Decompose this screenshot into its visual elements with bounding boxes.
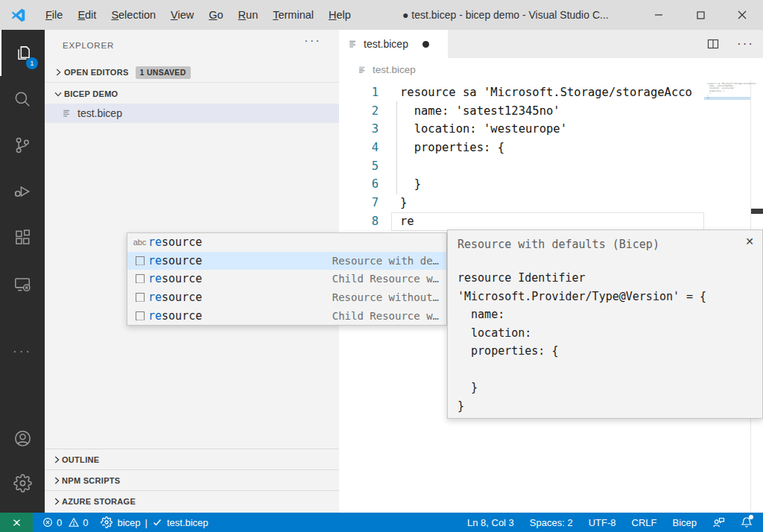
chevron-right-icon	[51, 496, 62, 507]
suggestion-detail: Resource with de…	[332, 255, 446, 267]
azure-storage-section-header[interactable]: AZURE STORAGE	[45, 490, 339, 511]
menu-go[interactable]: Go	[201, 0, 230, 30]
workspace-folder-label: BICEP DEMO	[64, 89, 118, 98]
language-mode-status[interactable]: Bicep	[672, 517, 697, 528]
text-suggestion-icon: abc	[131, 238, 148, 247]
chevron-down-icon	[51, 89, 64, 99]
maximize-button[interactable]	[680, 0, 721, 30]
suggestion-item[interactable]: resource Child Resource w…	[127, 270, 446, 288]
minimize-button[interactable]	[638, 0, 680, 30]
line-number: 5	[339, 157, 379, 176]
menu-edit[interactable]: Edit	[70, 0, 104, 30]
menu-file[interactable]: File	[38, 0, 70, 30]
chevron-right-icon	[51, 67, 64, 77]
suggestion-item-selected[interactable]: resource Resource with de…	[127, 252, 446, 270]
code-area[interactable]: resource sa 'Microsoft.Storage/storageAc…	[391, 80, 704, 231]
chevron-right-icon	[51, 475, 62, 486]
check-icon	[152, 517, 162, 528]
split-editor-button[interactable]	[707, 38, 719, 50]
suggestion-match: re	[148, 309, 162, 323]
remote-explorer-activity-button[interactable]	[0, 261, 45, 307]
explorer-more-actions-button[interactable]: ···	[304, 34, 321, 48]
code-line: }	[400, 175, 704, 194]
source-control-icon	[13, 136, 32, 155]
suggestion-item[interactable]: abc resource	[127, 233, 446, 252]
code-line: name: 'satest12345no'	[400, 102, 704, 121]
title-bar: File Edit Selection View Go Run Terminal…	[0, 0, 763, 30]
source-control-activity-button[interactable]	[0, 122, 45, 168]
cursor-position-status[interactable]: Ln 8, Col 3	[467, 517, 514, 528]
settings-button[interactable]	[0, 460, 45, 505]
menu-view[interactable]: View	[163, 0, 201, 30]
bicep-status[interactable]: bicep | test.bicep	[101, 516, 208, 528]
suggestion-label: source	[162, 254, 202, 267]
snippet-icon	[131, 311, 148, 320]
npm-scripts-section-header[interactable]: NPM SCRIPTS	[45, 469, 339, 490]
notifications-bell-button[interactable]	[741, 516, 753, 528]
outline-label: OUTLINE	[62, 455, 99, 464]
azure-storage-label: AZURE STORAGE	[62, 497, 136, 506]
menu-help[interactable]: Help	[321, 0, 358, 30]
explorer-activity-button[interactable]: 1	[0, 30, 45, 76]
line-number: 7	[339, 194, 379, 212]
notification-dot	[749, 515, 753, 519]
warning-count: 0	[83, 517, 88, 528]
suggestion-item[interactable]: resource Child Resource w…	[127, 306, 446, 325]
line-number: 1	[339, 83, 379, 102]
breadcrumb-item-file[interactable]: test.bicep	[373, 64, 416, 75]
snippet-icon	[131, 293, 148, 302]
accounts-button[interactable]	[0, 416, 45, 460]
code-line	[400, 157, 704, 176]
suggestion-label: source	[162, 291, 202, 304]
search-activity-button[interactable]	[0, 76, 45, 122]
suggestion-match: re	[148, 235, 162, 249]
chevron-right-icon	[51, 455, 62, 465]
menu-run[interactable]: Run	[231, 0, 266, 30]
suggestion-item[interactable]: resource Resource without…	[127, 288, 446, 307]
breadcrumb[interactable]: test.bicep	[339, 58, 763, 80]
file-tree-item-test-bicep[interactable]: test.bicep	[45, 104, 339, 123]
activity-bar: 1	[0, 30, 45, 513]
menu-selection[interactable]: Selection	[104, 0, 163, 30]
vscode-logo-icon	[10, 7, 26, 23]
line-number: 6	[339, 175, 379, 194]
run-debug-activity-button[interactable]	[0, 168, 45, 215]
dirty-indicator[interactable]	[422, 41, 429, 48]
suggestion-detail: Child Resource w…	[332, 273, 446, 285]
code-line: resource sa 'Microsoft.Storage/storageAc…	[400, 83, 704, 102]
run-debug-icon	[13, 182, 32, 201]
gear-badge-icon	[101, 516, 113, 528]
close-window-button[interactable]	[721, 0, 763, 30]
more-activity-actions-button[interactable]: ···	[0, 333, 45, 370]
problems-status[interactable]: 0 0	[42, 517, 88, 528]
overview-ruler-marker	[751, 209, 763, 214]
encoding-status[interactable]: UTF-8	[589, 517, 616, 528]
workspace-folder-header[interactable]: BICEP DEMO	[45, 83, 339, 104]
extensions-activity-button[interactable]	[0, 215, 45, 261]
bicep-file-label: test.bicep	[167, 517, 209, 528]
suggest-widget: abc resource resource Resource with de… …	[127, 232, 447, 326]
open-editors-label: OPEN EDITORS	[64, 68, 129, 77]
activity-bar-bottom	[0, 416, 45, 505]
close-icon[interactable]: ✕	[745, 235, 754, 248]
eol-status[interactable]: CRLF	[632, 517, 657, 528]
line-number: 3	[339, 120, 379, 139]
gear-icon	[13, 474, 32, 493]
unsaved-count-badge: 1 UNSAVED	[136, 66, 191, 79]
remote-indicator[interactable]	[0, 513, 33, 532]
minimap[interactable]: resource sa 'Microsoft.Storage/storageAc…	[704, 80, 750, 99]
tab-test-bicep[interactable]: test.bicep	[339, 30, 448, 58]
outline-section-header[interactable]: OUTLINE	[45, 449, 339, 469]
snippet-icon	[131, 274, 148, 283]
bicep-label: bicep	[117, 517, 140, 528]
suggestion-doc-title: Resource with defaults (Bicep)	[458, 238, 762, 251]
more-editor-actions-button[interactable]: ···	[737, 30, 754, 58]
open-editors-section-header[interactable]: OPEN EDITORS 1 UNSAVED	[45, 63, 339, 83]
indentation-status[interactable]: Spaces: 2	[530, 517, 573, 528]
explorer-badge: 1	[26, 57, 38, 69]
file-icon	[62, 108, 72, 118]
feedback-button[interactable]	[712, 517, 725, 528]
snippet-icon	[131, 256, 148, 265]
menu-terminal[interactable]: Terminal	[265, 0, 321, 30]
warning-icon	[69, 517, 79, 528]
